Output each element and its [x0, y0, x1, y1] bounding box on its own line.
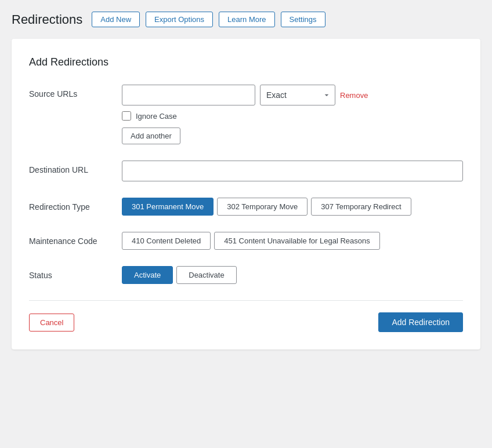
ignore-case-row: Ignore Case — [122, 111, 463, 121]
code-410-button[interactable]: 410 Content Deleted — [122, 232, 211, 250]
maintenance-code-row: Maintenance Code 410 Content Deleted 451… — [29, 232, 463, 250]
activate-button[interactable]: Activate — [122, 266, 173, 284]
status-group: Activate Deactivate — [122, 266, 463, 284]
add-another-button[interactable]: Add another — [122, 128, 180, 144]
card-footer: Cancel Add Redirection — [29, 300, 463, 332]
maintenance-code-content: 410 Content Deleted 451 Content Unavaila… — [122, 232, 463, 250]
page-title: Redirections — [12, 12, 82, 27]
settings-button[interactable]: Settings — [281, 12, 325, 27]
redirection-type-row: Redirection Type 301 Permanent Move 302 … — [29, 198, 463, 216]
type-307-button[interactable]: 307 Temporary Redirect — [311, 198, 411, 216]
add-redirection-button[interactable]: Add Redirection — [378, 312, 463, 332]
remove-button[interactable]: Remove — [340, 91, 368, 100]
status-row: Status Activate Deactivate — [29, 266, 463, 284]
destination-url-input[interactable] — [122, 161, 463, 181]
destination-url-label: Destination URL — [29, 161, 122, 174]
card-title: Add Redirections — [29, 56, 463, 68]
ignore-case-checkbox[interactable] — [122, 111, 131, 121]
redirection-type-label: Redirection Type — [29, 198, 122, 212]
maintenance-code-group: 410 Content Deleted 451 Content Unavaila… — [122, 232, 463, 250]
redirection-type-content: 301 Permanent Move 302 Temporary Move 30… — [122, 198, 463, 216]
source-urls-row: Source URLs Exact Regex Contains Remove … — [29, 85, 463, 144]
status-label: Status — [29, 266, 122, 280]
source-url-input[interactable] — [122, 85, 255, 105]
deactivate-button[interactable]: Deactivate — [176, 266, 236, 284]
destination-url-row: Destination URL — [29, 161, 463, 181]
type-302-button[interactable]: 302 Temporary Move — [217, 198, 308, 216]
source-urls-label: Source URLs — [29, 85, 122, 99]
redirection-type-group: 301 Permanent Move 302 Temporary Move 30… — [122, 198, 463, 216]
add-redirections-card: Add Redirections Source URLs Exact Regex… — [12, 39, 480, 349]
status-content: Activate Deactivate — [122, 266, 463, 284]
source-urls-content: Exact Regex Contains Remove Ignore Case … — [122, 85, 463, 144]
match-type-select[interactable]: Exact Regex Contains — [260, 85, 335, 105]
ignore-case-label: Ignore Case — [136, 112, 177, 121]
maintenance-code-label: Maintenance Code — [29, 232, 122, 246]
add-new-button[interactable]: Add New — [92, 12, 140, 27]
page-header: Redirections Add New Export Options Lear… — [12, 12, 480, 27]
type-301-button[interactable]: 301 Permanent Move — [122, 198, 214, 216]
code-451-button[interactable]: 451 Content Unavailable for Legal Reason… — [214, 232, 380, 250]
learn-more-button[interactable]: Learn More — [219, 12, 274, 27]
export-options-button[interactable]: Export Options — [146, 12, 213, 27]
source-url-input-row: Exact Regex Contains Remove — [122, 85, 463, 105]
cancel-button[interactable]: Cancel — [29, 314, 74, 332]
destination-url-content — [122, 161, 463, 181]
